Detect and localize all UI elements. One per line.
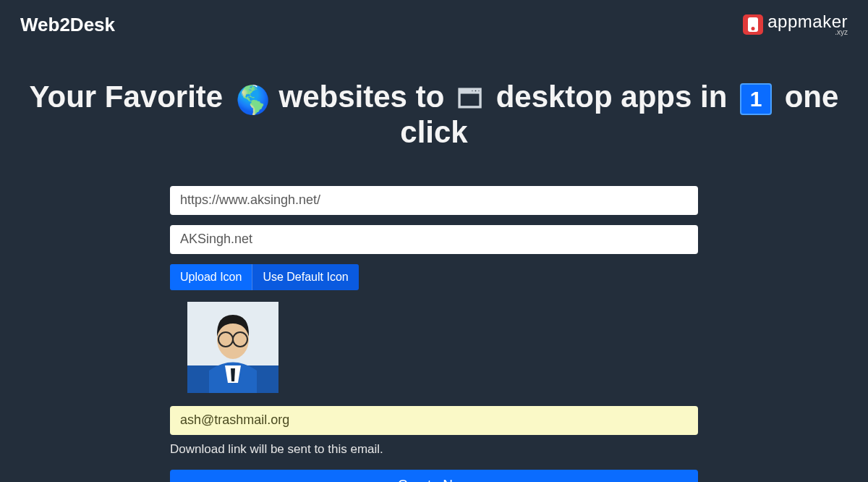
hero-part1: Your Favorite xyxy=(30,80,224,114)
one-icon: 1 xyxy=(740,83,772,115)
use-default-icon-button[interactable]: Use Default Icon xyxy=(252,264,358,290)
url-input[interactable] xyxy=(170,186,698,215)
hero-heading: Your Favorite 🌎 websites to 🗔 desktop ap… xyxy=(0,80,868,150)
desktop-icon: 🗔 xyxy=(457,84,483,114)
form: Upload Icon Use Default Icon Download li… xyxy=(170,186,698,482)
create-now-button[interactable]: Create Now xyxy=(170,470,698,482)
header: Web2Desk appmaker .xyz xyxy=(0,0,868,36)
appname-input[interactable] xyxy=(170,225,698,254)
icon-button-row: Upload Icon Use Default Icon xyxy=(170,264,698,290)
upload-icon-button[interactable]: Upload Icon xyxy=(170,264,252,290)
appmaker-text: appmaker .xyz xyxy=(767,13,848,36)
avatar-icon xyxy=(187,302,278,393)
email-helper-text: Download link will be sent to this email… xyxy=(170,442,698,457)
partner-sub: .xyz xyxy=(767,29,848,36)
brand-logo[interactable]: Web2Desk xyxy=(20,14,115,36)
email-input[interactable] xyxy=(170,406,698,435)
hero-part2: websites to xyxy=(279,80,445,114)
appmaker-icon xyxy=(743,14,763,35)
partner-badge[interactable]: appmaker .xyz xyxy=(743,13,848,36)
globe-icon: 🌎 xyxy=(236,84,266,114)
hero-part3: desktop apps in xyxy=(496,80,728,114)
icon-preview xyxy=(187,302,278,393)
